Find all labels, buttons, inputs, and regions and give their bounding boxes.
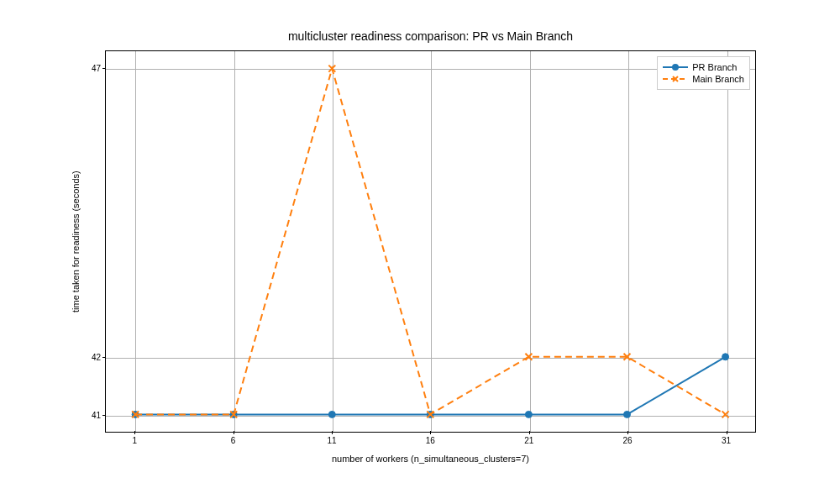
legend-entry-pr: PR Branch xyxy=(663,62,744,72)
y-axis-label: time taken for readiness (seconds) xyxy=(70,50,81,433)
xtick-label: 1 xyxy=(118,436,151,445)
legend: PR Branch Main Branch xyxy=(657,56,750,90)
chart-lines-svg xyxy=(106,51,755,432)
legend-entry-main: Main Branch xyxy=(663,74,744,84)
xtick-mark xyxy=(627,431,628,434)
xtick-label: 11 xyxy=(315,436,349,445)
ytick-label: 42 xyxy=(84,353,101,362)
xtick-label: 6 xyxy=(217,436,250,445)
svg-point-6 xyxy=(722,354,729,360)
svg-point-8 xyxy=(672,64,679,71)
legend-label-main: Main Branch xyxy=(692,74,744,84)
xtick-mark xyxy=(234,431,234,434)
xtick-label: 26 xyxy=(611,436,644,445)
xtick-mark xyxy=(430,431,431,434)
plot-area: PR Branch Main Branch xyxy=(105,50,756,433)
legend-label-pr: PR Branch xyxy=(692,62,737,72)
ytick-mark xyxy=(102,357,106,358)
xtick-label: 31 xyxy=(710,436,743,445)
series-pr-line xyxy=(135,357,725,415)
xtick-mark xyxy=(134,431,135,434)
xtick-label: 16 xyxy=(413,436,447,445)
ytick-mark xyxy=(102,68,106,69)
svg-point-4 xyxy=(525,411,532,417)
ytick-label: 47 xyxy=(84,63,101,72)
xtick-mark xyxy=(529,431,530,434)
series-main-line xyxy=(135,69,725,415)
xtick-label: 21 xyxy=(512,436,546,445)
svg-point-2 xyxy=(328,411,335,417)
chart-title: multicluster readiness comparison: PR vs… xyxy=(105,29,756,43)
ytick-mark xyxy=(102,415,106,416)
xtick-mark xyxy=(727,431,727,434)
xtick-mark xyxy=(332,431,333,434)
legend-swatch-main xyxy=(663,74,688,84)
legend-swatch-pr xyxy=(663,62,688,72)
svg-point-5 xyxy=(624,411,631,417)
ytick-label: 41 xyxy=(84,411,101,420)
x-axis-label: number of workers (n_simultaneous_cluste… xyxy=(105,454,756,464)
chart-figure: multicluster readiness comparison: PR vs… xyxy=(0,0,840,504)
